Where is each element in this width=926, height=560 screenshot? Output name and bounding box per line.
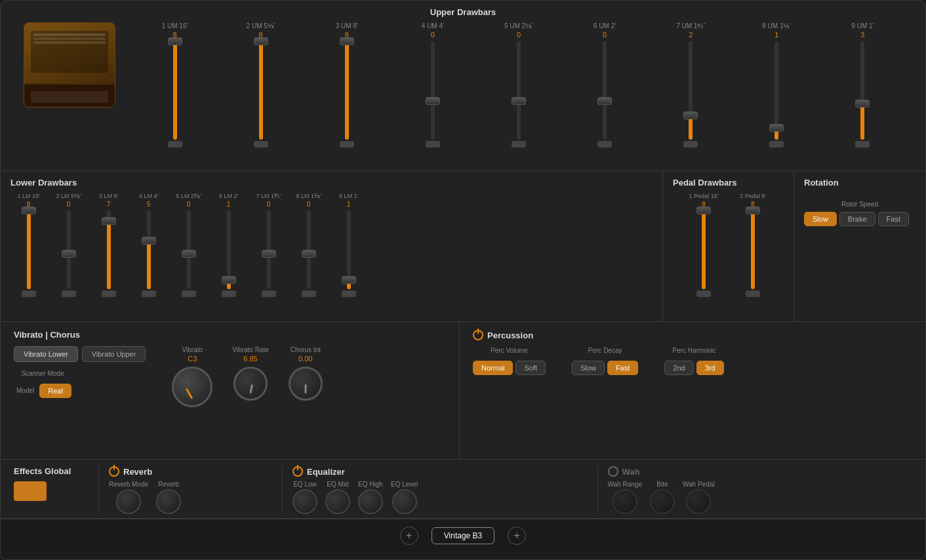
lower-drawbar-base-2 [62,290,76,297]
upper-drawbar-base-4 [426,141,440,148]
pedal-drawbar-label-1: 1 Pedal 16' [689,193,719,199]
preset-tab-vintage-b3[interactable]: Vintage B3 [432,527,495,544]
equalizer-power-icon[interactable] [292,466,303,477]
reverb-power-icon[interactable] [109,466,119,477]
vibrato-knob[interactable] [172,367,212,407]
reverb-mode-knob[interactable] [116,489,141,514]
upper-drawbar-value-6: 0 [603,31,607,39]
upper-drawbar-label-1: 1 UM 16' [162,22,188,30]
vibrato-rate-label: Vibrato Rate [232,346,268,353]
middle-section: Lower Drawbars 1 LM 16' 8 2 LM 5⅓' 0 3 L… [1,171,925,322]
upper-drawbar-base-3 [340,141,354,148]
lower-drawbar-base-6 [222,290,236,297]
percussion-power-icon[interactable] [473,330,483,340]
upper-drawbar-8[interactable]: 8 UM 1⅓' 1 [750,22,803,148]
main-container: Upper Drawbars 1 UM 16' 8 [0,0,926,560]
eq-low-knob[interactable] [292,489,317,514]
upper-drawbar-7[interactable]: 7 UM 1⅗' 2 [664,22,717,148]
lower-drawbar-base-9 [342,290,356,297]
bite-knob[interactable] [650,489,675,514]
perc-normal-button[interactable]: Normal [473,361,513,375]
lower-drawbar-3[interactable]: 3 LM 8' 7 [91,193,127,297]
lower-drawbar-track-4 [147,210,151,289]
pedal-drawbar-label-2: 2 Pedal 8' [740,193,766,199]
upper-drawbar-5[interactable]: 5 UM 2⅔' 0 [493,22,545,148]
lower-drawbar-track-7 [267,210,271,289]
chorus-int-knob[interactable] [289,367,323,401]
model-label: Model [14,384,37,398]
upper-drawbar-track-3 [345,41,349,140]
lower-drawbar-2[interactable]: 2 LM 5⅓' 0 [50,193,87,297]
add-preset-right-button[interactable]: + [508,527,526,545]
vibrato-buttons-row: Vibrato Lower Vibrato Upper [14,346,146,362]
upper-drawbar-4[interactable]: 4 UM 4' 0 [407,22,459,148]
lower-drawbar-label-2: 2 LM 5⅓' [56,193,81,199]
lower-drawbar-7[interactable]: 7 LM 1⅗' 0 [251,193,287,297]
eq-level-knob[interactable] [392,489,417,514]
rotor-brake-button[interactable]: Brake [839,212,876,226]
vibrato-lower-button[interactable]: Vibrato Lower [14,346,78,362]
perc-fast-button[interactable]: Fast [607,361,638,375]
reverb-label: Reverb [158,481,179,488]
lower-drawbar-6[interactable]: 6 LM 2' 1 [211,193,247,297]
reverb-amount-knob[interactable] [156,489,181,514]
perc-slow-button[interactable]: Slow [572,361,605,375]
lower-drawbar-base-1 [22,290,36,297]
perc-2nd-button[interactable]: 2nd [664,361,693,375]
upper-drawbar-1[interactable]: 1 UM 16' 8 [149,22,201,148]
eq-high-knob[interactable] [358,489,383,514]
perc-3rd-button[interactable]: 3rd [696,361,724,375]
reverb-amount-knob-container: Reverb [156,481,181,514]
pedal-drawbar-1[interactable]: 1 Pedal 16' 8 [686,193,722,297]
lower-drawbar-track-2 [67,210,71,289]
eq-mid-knob[interactable] [325,489,350,514]
real-button[interactable]: Real [39,384,71,398]
lower-drawbar-8[interactable]: 8 LM 1⅓' 0 [291,193,327,297]
upper-drawbar-label-7: 7 UM 1⅗' [676,22,705,30]
pedal-drawbar-2[interactable]: 2 Pedal 8' 8 [735,193,771,297]
vibrato-rate-knob[interactable] [233,367,268,401]
lower-drawbar-9[interactable]: 9 LM 1' 1 [331,193,367,297]
perc-harmonic-buttons: 2nd 3rd [664,361,723,375]
lower-drawbar-base-7 [262,290,276,297]
lower-drawbar-label-7: 7 LM 1⅗' [256,193,281,199]
upper-drawbars-grid: 1 UM 16' 8 2 UM 5⅓' 8 3 UM 8' 8 [125,22,912,148]
rotor-fast-button[interactable]: Fast [878,212,909,226]
lower-drawbar-base-3 [102,290,116,297]
vibrato-upper-button[interactable]: Vibrato Upper [82,346,146,362]
eq-mid-label: EQ Mid [327,481,348,488]
upper-drawbar-track-4 [431,41,435,140]
rotor-speed-buttons: Slow Brake Fast [804,212,916,226]
wah-pedal-knob[interactable] [686,489,711,514]
lower-drawbar-5[interactable]: 5 LM 2⅔' 0 [171,193,207,297]
lower-drawbar-value-9: 1 [347,201,351,208]
upper-drawbars-row: 1 UM 16' 8 2 UM 5⅓' 8 3 UM 8' 8 [14,22,912,164]
eq-level-label: EQ Level [391,481,418,488]
pedal-drawbars-title: Pedal Drawbars [673,178,784,188]
scanner-mode-row: Scanner Mode Model Real [14,370,146,398]
lower-drawbars-title: Lower Drawbars [10,178,653,188]
vibrato-rate-value: 6.85 [243,355,257,363]
percussion-title: Percussion [487,330,533,340]
perc-soft-button[interactable]: Soft [515,361,546,375]
rotor-slow-button[interactable]: Slow [804,212,837,226]
wah-range-knob[interactable] [613,489,637,514]
upper-drawbar-3[interactable]: 3 UM 8' 8 [321,22,373,148]
upper-drawbar-6[interactable]: 6 UM 2' 0 [578,22,631,148]
upper-drawbar-base-5 [512,141,526,148]
bottom-bar: + Vintage B3 + [1,519,925,551]
upper-drawbar-value-9: 3 [860,31,864,39]
eq-low-knob-container: EQ Low [292,481,317,514]
bite-label: Bite [656,481,668,488]
pedal-drawbars-section: Pedal Drawbars 1 Pedal 16' 8 2 Pedal 8' … [663,171,794,321]
upper-drawbar-track-5 [517,41,521,140]
lower-drawbar-track-9 [347,210,351,289]
lower-drawbar-4[interactable]: 4 LM 4' 5 [131,193,167,297]
wah-power-icon[interactable] [608,466,618,477]
upper-drawbar-track-9 [860,41,864,140]
add-preset-left-button[interactable]: + [400,527,418,545]
lower-drawbar-1[interactable]: 1 LM 16' 8 [10,193,47,297]
upper-drawbar-2[interactable]: 2 UM 5⅓' 8 [235,22,287,148]
upper-drawbar-9[interactable]: 9 UM 1' 3 [836,22,889,148]
rotor-speed-label: Rotor Speed [804,201,916,208]
